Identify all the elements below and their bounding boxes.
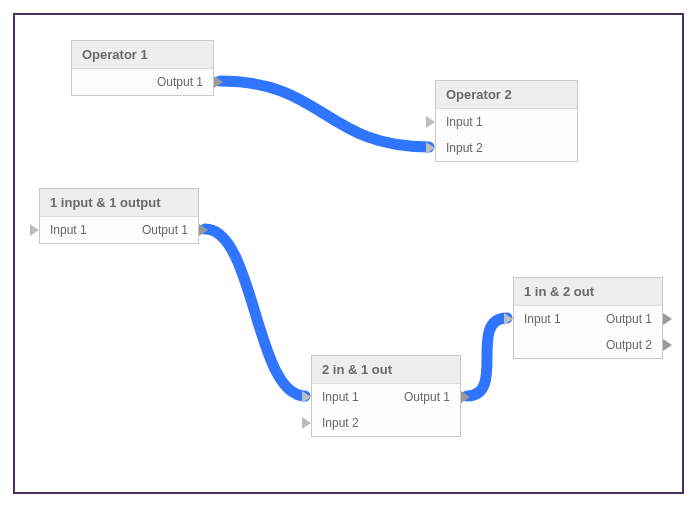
output-port-label: Output 1 (142, 223, 188, 237)
input-port-icon[interactable] (302, 417, 311, 429)
input-port-icon[interactable] (504, 313, 513, 325)
output-port-icon[interactable] (461, 391, 470, 403)
input-port-label: Input 1 (322, 390, 359, 404)
input-port-label: Input 1 (446, 115, 483, 129)
edge (220, 81, 429, 147)
node-title: 1 input & 1 output (40, 189, 198, 217)
input-port-icon[interactable] (426, 116, 435, 128)
input-port-label: Input 1 (50, 223, 87, 237)
input-port-label: Input 2 (446, 141, 483, 155)
input-port-icon[interactable] (426, 142, 435, 154)
node-title: 2 in & 1 out (312, 356, 460, 384)
input-port-label: Input 2 (322, 416, 359, 430)
output-port-icon[interactable] (663, 339, 672, 351)
node-title: Operator 1 (72, 41, 213, 69)
output-port-icon[interactable] (199, 224, 208, 236)
output-port-label: Output 1 (157, 75, 203, 89)
output-port-icon[interactable] (214, 76, 223, 88)
node-operator-2[interactable]: Operator 2 Input 1 Input 2 (435, 80, 578, 162)
node-1in-2out[interactable]: 1 in & 2 out Input 1 Output 1 Output 2 (513, 277, 663, 359)
diagram-canvas[interactable]: Operator 1 Output 1 Operator 2 Input 1 I… (13, 13, 684, 494)
output-port-icon[interactable] (663, 313, 672, 325)
output-port-label: Output 1 (606, 312, 652, 326)
node-2in-1out[interactable]: 2 in & 1 out Input 1 Output 1 Input 2 (311, 355, 461, 437)
node-operator-1[interactable]: Operator 1 Output 1 (71, 40, 214, 96)
node-1in-1out[interactable]: 1 input & 1 output Input 1 Output 1 (39, 188, 199, 244)
output-port-label: Output 2 (606, 338, 652, 352)
node-title: Operator 2 (436, 81, 577, 109)
input-port-label: Input 1 (524, 312, 561, 326)
input-port-icon[interactable] (302, 391, 311, 403)
edge (467, 318, 507, 396)
edge (205, 229, 305, 396)
output-port-label: Output 1 (404, 390, 450, 404)
input-port-icon[interactable] (30, 224, 39, 236)
node-title: 1 in & 2 out (514, 278, 662, 306)
